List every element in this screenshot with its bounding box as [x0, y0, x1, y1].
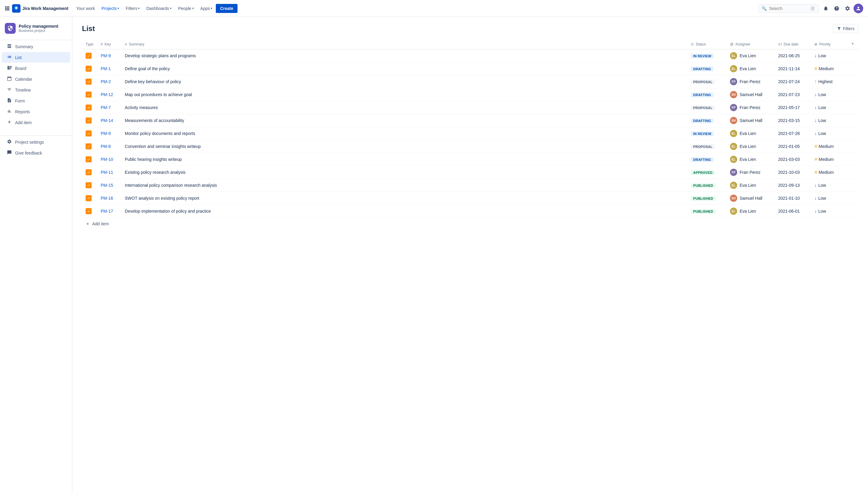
priority-label: Medium: [818, 170, 834, 175]
table-row[interactable]: PM-9 Develop strategic plans and program…: [82, 50, 858, 62]
dashboards-nav[interactable]: Dashboards ▾: [143, 4, 174, 13]
task-key-link[interactable]: PM-16: [101, 196, 113, 201]
calendar-icon: [7, 76, 12, 82]
priority-icon: ↓: [814, 118, 817, 123]
cell-priority: ↓ Low: [811, 101, 847, 114]
cell-duedate: 2021-01-05: [775, 140, 811, 153]
settings-button[interactable]: [843, 4, 852, 13]
projects-nav[interactable]: Projects ▾: [98, 4, 122, 13]
cell-add: [847, 75, 858, 88]
table-row[interactable]: PM-15 International policy comparison re…: [82, 179, 858, 192]
sidebar-item-list[interactable]: List: [2, 52, 70, 63]
priority-cell: ↓ Low: [814, 105, 843, 110]
apps-nav[interactable]: Apps ▾: [198, 4, 216, 13]
task-key-link[interactable]: PM-8: [101, 144, 111, 149]
task-key-link[interactable]: PM-10: [101, 157, 113, 162]
priority-label: Low: [818, 196, 826, 201]
priority-cell: ≡ Medium: [814, 157, 843, 162]
sidebar-item-calendar[interactable]: Calendar: [2, 74, 70, 84]
notifications-button[interactable]: [821, 4, 831, 13]
assignee-avatar: EL: [730, 182, 737, 189]
task-key-link[interactable]: PM-7: [101, 105, 111, 110]
table-row[interactable]: PM-14 Measurements of accountability DRA…: [82, 114, 858, 127]
table-row[interactable]: PM-16 SWOT analysis on existing policy r…: [82, 192, 858, 205]
priority-icon: ↓: [814, 105, 817, 110]
cell-status: PROPOSAL: [687, 75, 726, 88]
assignee-name: Eva Lien: [740, 209, 756, 213]
cell-status: IN REVIEW: [687, 127, 726, 140]
cell-priority: ↓ Low: [811, 88, 847, 101]
cell-type: [82, 166, 97, 179]
task-key-link[interactable]: PM-1: [101, 66, 111, 71]
sidebar-project-header[interactable]: Policy management Business project: [0, 20, 72, 39]
table-row[interactable]: PM-12 Map out procedures to achieve goal…: [82, 88, 858, 101]
sidebar-item-board[interactable]: Board: [2, 63, 70, 74]
priority-icon: ≡: [814, 144, 817, 149]
sidebar-item-timeline[interactable]: Timeline: [2, 84, 70, 95]
col-header-assignee: @ Assignee: [726, 39, 775, 50]
task-key-link[interactable]: PM-9: [101, 131, 111, 136]
priority-cell: ↓ Low: [814, 118, 843, 123]
cell-key: PM-1: [97, 62, 121, 75]
cell-status: DRAFTING: [687, 114, 726, 127]
cell-summary: SWOT analysis on existing policy report: [121, 192, 687, 205]
table-row[interactable]: PM-10 Public hearing insights writeup DR…: [82, 153, 858, 166]
assignee-avatar: SH: [730, 195, 737, 202]
cell-assignee: EL Eva Lien: [726, 179, 775, 192]
sidebar-label-reports: Reports: [15, 109, 30, 114]
sidebar-item-project-settings[interactable]: Project settings: [2, 137, 70, 147]
table-row[interactable]: PM-9 Monitor policy documents and report…: [82, 127, 858, 140]
sidebar-item-form[interactable]: Form: [2, 95, 70, 106]
grid-menu-icon[interactable]: [5, 6, 10, 11]
cell-priority: ≡ Medium: [811, 62, 847, 75]
task-key-link[interactable]: PM-9: [101, 53, 111, 58]
cell-type: [82, 50, 97, 62]
table-row[interactable]: PM-8 Convention and seminar insights wri…: [82, 140, 858, 153]
task-key-link[interactable]: PM-12: [101, 92, 113, 97]
task-key-link[interactable]: PM-17: [101, 209, 113, 213]
assignee-cell: SH Samuel Hall: [730, 91, 771, 98]
table-row[interactable]: PM-7 Activity measures PROPOSAL FP Fran …: [82, 101, 858, 114]
sidebar-item-give-feedback[interactable]: Give feedback: [2, 148, 70, 158]
table-row[interactable]: PM-2 Define key behaviour of policy PROP…: [82, 75, 858, 88]
cell-duedate: 2021-06-25: [775, 50, 811, 62]
search-input[interactable]: [769, 6, 808, 11]
add-item-icon: [7, 119, 12, 125]
sidebar-item-reports[interactable]: Reports: [2, 106, 70, 117]
people-nav[interactable]: People ▾: [175, 4, 197, 13]
add-item-row[interactable]: Add item: [82, 218, 858, 230]
app-logo[interactable]: Jira Work Management: [12, 4, 69, 13]
table-row[interactable]: PM-11 Existing policy research analysis …: [82, 166, 858, 179]
table-row[interactable]: PM-1 Define goal of the policy DRAFTING …: [82, 62, 858, 75]
status-badge: PUBLISHED: [691, 196, 716, 201]
sidebar-item-summary[interactable]: Summary: [2, 41, 70, 52]
sidebar-item-add-item[interactable]: Add item: [2, 117, 70, 128]
create-button[interactable]: Create: [216, 4, 238, 13]
table-row[interactable]: PM-17 Develop implementation of policy a…: [82, 205, 858, 218]
help-button[interactable]: [832, 4, 842, 13]
search-bar[interactable]: 🔍 /: [758, 4, 818, 13]
task-key-link[interactable]: PM-14: [101, 118, 113, 123]
status-badge: DRAFTING: [691, 93, 714, 97]
filters-nav[interactable]: Filters ▾: [123, 4, 143, 13]
priority-icon: ↓: [814, 53, 817, 58]
task-key-link[interactable]: PM-11: [101, 170, 113, 175]
assignee-avatar: EL: [730, 143, 737, 150]
task-key-link[interactable]: PM-2: [101, 79, 111, 84]
reports-icon: [7, 109, 12, 114]
sidebar-label-list: List: [15, 55, 22, 60]
col-header-add[interactable]: [847, 39, 858, 50]
priority-cell: ↓ Low: [814, 183, 843, 188]
sidebar-label-add-item: Add item: [15, 120, 32, 125]
cell-summary: International policy comparison research…: [121, 179, 687, 192]
task-key-link[interactable]: PM-15: [101, 183, 113, 188]
user-avatar[interactable]: [853, 4, 863, 13]
assignee-cell: EL Eva Lien: [730, 143, 771, 150]
cell-type: [82, 179, 97, 192]
filters-button[interactable]: Filters: [833, 24, 858, 33]
priority-cell: ↓ Low: [814, 208, 843, 214]
assignee-avatar: FP: [730, 78, 737, 85]
your-work-nav[interactable]: Your work: [73, 4, 98, 13]
col-header-type: Type: [82, 39, 97, 50]
cell-status: DRAFTING: [687, 153, 726, 166]
